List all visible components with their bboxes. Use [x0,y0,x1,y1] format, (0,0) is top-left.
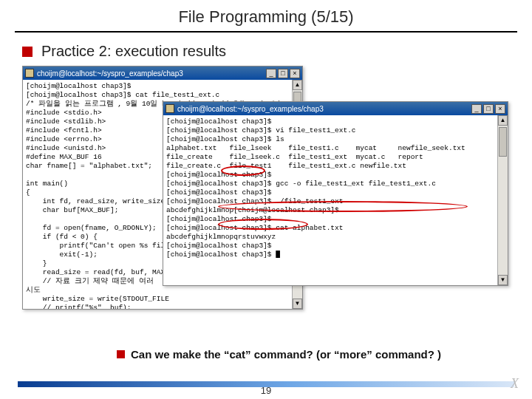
terminal-icon [25,69,34,78]
footer-logo: X [511,376,519,392]
terminal-right-body[interactable]: [choijm@localhost chap3]$ [choijm@localh… [163,115,497,285]
terminal-right-title: choijm@localhost:~/syspro_examples/chap3 [177,105,468,113]
bullet-square-icon [117,350,125,358]
page-number: 19 [261,385,271,396]
slide-title: File Programming (5/15) [0,0,532,31]
scroll-thumb[interactable] [499,127,507,157]
main-bullet-text: Practice 2: execution results [41,43,226,60]
scroll-up-icon[interactable]: ▲ [293,80,302,90]
close-button[interactable]: × [495,104,505,114]
sub-bullet-text: Can we make the “cat” command? (or “more… [131,348,441,361]
terminal-right-scrollbar[interactable]: ▲ ▼ [497,115,508,285]
close-button[interactable]: × [290,69,300,78]
window-buttons: _ □ × [266,69,300,78]
minimize-button[interactable]: _ [266,69,276,78]
terminal-right-titlebar[interactable]: choijm@localhost:~/syspro_examples/chap3… [163,102,508,115]
maximize-button[interactable]: □ [483,104,494,114]
terminal-left-titlebar[interactable]: choijm@localhost:~/syspro_examples/chap3… [23,66,302,80]
terminal-left-title: choijm@localhost:~/syspro_examples/chap3 [37,69,263,78]
title-underline [15,31,517,33]
scroll-down-icon[interactable]: ▼ [498,275,508,285]
bullet-square-icon [22,47,33,57]
sub-bullet-row: Can we make the “cat” command? (or “more… [117,348,441,361]
terminals-area: choijm@localhost:~/syspro_examples/chap3… [22,66,510,339]
minimize-button[interactable]: _ [471,104,482,114]
terminal-right-window: choijm@localhost:~/syspro_examples/chap3… [163,101,508,286]
scroll-down-icon[interactable]: ▼ [293,299,302,309]
maximize-button[interactable]: □ [278,69,288,78]
window-buttons: _ □ × [471,104,505,114]
main-bullet-row: Practice 2: execution results [0,43,532,66]
terminal-icon [166,104,174,113]
scroll-up-icon[interactable]: ▲ [498,115,508,126]
